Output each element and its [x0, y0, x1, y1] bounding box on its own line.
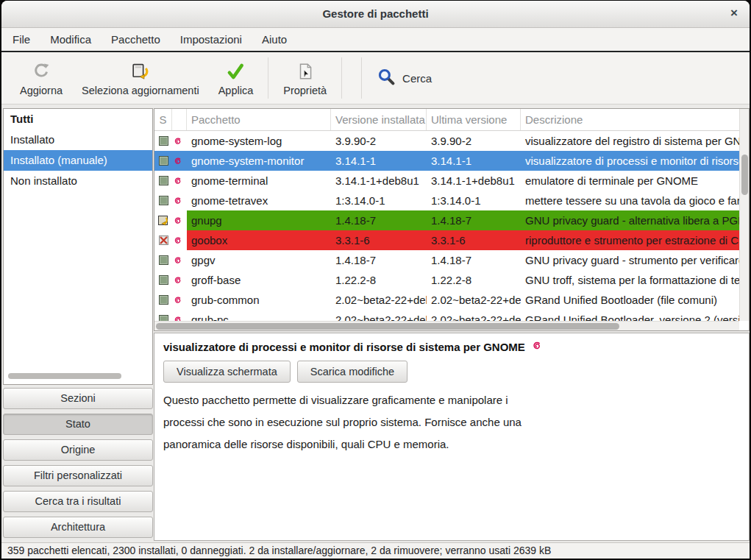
package-description: GNU troff, sistema per la formattazione …	[521, 270, 739, 290]
status-installed-icon[interactable]	[154, 191, 172, 210]
sidebar-button-sezioni[interactable]: Sezioni	[3, 388, 153, 409]
refresh-button[interactable]: Aggiorna	[10, 57, 72, 99]
column-header-latest-version[interactable]: Ultima versione	[427, 109, 521, 130]
status-installed-icon[interactable]	[154, 310, 172, 321]
menu-modifica[interactable]: Modifica	[42, 29, 99, 50]
debian-swirl-icon	[172, 250, 187, 270]
refresh-label: Aggiorna	[20, 85, 63, 96]
menubar: FileModificaPacchettoImpostazioniAiuto	[1, 28, 750, 51]
close-icon[interactable]: ×	[725, 1, 744, 27]
sidebar-button-filtri-personalizzati[interactable]: Filtri personalizzati	[3, 465, 153, 486]
main-area: TuttiInstallatoInstallato (manuale)Non i…	[1, 104, 750, 542]
package-row-gpgv[interactable]: gpgv1.4.18-71.4.18-7GNU privacy guard - …	[154, 250, 739, 270]
mark-upgrades-icon	[130, 60, 150, 83]
menu-pacchetto[interactable]: Pacchetto	[103, 29, 168, 50]
package-name: gnome-tetravex	[187, 191, 331, 210]
package-name: groff-base	[187, 270, 331, 290]
vertical-scrollbar-thumb[interactable]	[741, 155, 748, 195]
table-rows: gnome-system-log3.9.90-23.9.90-2visualiz…	[154, 131, 739, 321]
latest-version: 3.3.1-6	[427, 230, 521, 250]
column-header-status[interactable]: S	[154, 109, 172, 130]
package-row-goobox[interactable]: goobox3.3.1-63.3.1-6riproduttore e strum…	[154, 230, 739, 250]
column-header-origin[interactable]	[172, 109, 187, 130]
status-remove-icon[interactable]	[154, 230, 172, 250]
package-description: riproduttore e strumento per estrazione …	[521, 230, 739, 250]
details-title-text: visualizzatore di processi e monitor di …	[163, 341, 525, 353]
filter-items: TuttiInstallatoInstallato (manuale)Non i…	[4, 109, 152, 191]
installed-version: 1.4.18-7	[331, 250, 427, 270]
status-installed-icon[interactable]	[154, 171, 172, 191]
debian-swirl-icon	[172, 191, 187, 210]
package-row-gnome-system-log[interactable]: gnome-system-log3.9.90-23.9.90-2visualiz…	[154, 131, 739, 151]
details-pane: visualizzatore di processi e monitor di …	[154, 333, 750, 541]
horizontal-scrollbar[interactable]	[154, 321, 739, 330]
view-screenshot-button[interactable]: Visualizza schermata	[163, 361, 291, 383]
filter-item-non-installato[interactable]: Non installato	[4, 171, 152, 191]
package-row-gnome-tetravex[interactable]: gnome-tetravex1:3.14.0-11:3.14.0-1metter…	[154, 191, 739, 210]
toolbar-separator	[268, 57, 268, 99]
package-description: GNU privacy guard - alternativa libera a…	[521, 210, 739, 230]
status-installed-icon[interactable]	[154, 290, 172, 310]
sidebar-button-architettura[interactable]: Architettura	[3, 517, 153, 538]
package-row-gnome-system-monitor[interactable]: gnome-system-monitor3.14.1-13.14.1-1visu…	[154, 151, 739, 171]
latest-version: 1:3.14.0-1	[427, 191, 521, 210]
menu-file[interactable]: File	[4, 29, 38, 50]
status-installed-icon[interactable]	[154, 151, 172, 171]
debian-swirl-icon	[172, 131, 187, 151]
properties-button[interactable]: Proprietà	[274, 57, 336, 99]
debian-swirl-icon	[172, 151, 187, 171]
apply-button[interactable]: Applica	[209, 57, 263, 99]
status-installed-icon[interactable]	[154, 250, 172, 270]
package-table: S Pacchetto Versione installata Ultima v…	[154, 108, 750, 331]
debian-swirl-icon	[530, 340, 542, 354]
column-header-package[interactable]: Pacchetto	[187, 109, 331, 130]
search-button[interactable]: Cerca	[367, 62, 442, 95]
status-installed-icon[interactable]	[154, 131, 172, 151]
latest-version: 3.14.1-1	[427, 151, 521, 171]
filter-horizontal-scrollbar-thumb[interactable]	[8, 373, 121, 379]
package-row-gnupg[interactable]: gnupg1.4.18-71.4.18-7GNU privacy guard -…	[154, 210, 739, 230]
properties-label: Proprietà	[283, 85, 327, 96]
status-reinstall-icon[interactable]	[154, 210, 172, 230]
menu-impostazioni[interactable]: Impostazioni	[172, 29, 250, 50]
debian-swirl-icon	[172, 230, 187, 250]
download-changelog-button[interactable]: Scarica modifiche	[297, 361, 407, 383]
column-header-description[interactable]: Descrizione	[521, 109, 749, 130]
filter-item-tutti[interactable]: Tutti	[4, 109, 152, 130]
package-row-gnome-terminal[interactable]: gnome-terminal3.14.1-1+deb8u13.14.1-1+de…	[154, 171, 739, 191]
installed-version: 2.02~beta2-22+deb8u1	[331, 310, 427, 321]
latest-version: 1.4.18-7	[427, 250, 521, 270]
debian-swirl-icon	[172, 310, 187, 321]
package-name: grub-pc	[187, 310, 331, 321]
menu-aiuto[interactable]: Aiuto	[254, 29, 295, 50]
horizontal-scrollbar-thumb[interactable]	[156, 323, 619, 330]
package-row-groff-base[interactable]: groff-base1.22.2-81.22.2-8GNU troff, sis…	[154, 270, 739, 290]
debian-swirl-icon	[172, 290, 187, 310]
package-description: GRand Unified Bootloader, versione 2 (ve…	[521, 310, 739, 321]
search-label: Cerca	[402, 72, 432, 85]
column-header-installed-version[interactable]: Versione installata	[331, 109, 427, 130]
mark-upgrades-button[interactable]: Seleziona aggiornamenti	[72, 57, 209, 99]
installed-version: 3.14.1-1	[331, 151, 427, 171]
installed-version: 1.4.18-7	[331, 210, 427, 230]
vertical-scrollbar[interactable]	[739, 109, 749, 321]
installed-version: 1:3.14.0-1	[331, 191, 427, 210]
installed-version: 3.3.1-6	[331, 230, 427, 250]
sidebar-button-stato[interactable]: Stato	[3, 414, 153, 435]
debian-swirl-icon	[172, 270, 187, 290]
status-installed-icon[interactable]	[154, 270, 172, 290]
filter-item-installato[interactable]: Installato	[4, 130, 152, 150]
package-name: gnome-terminal	[187, 171, 331, 191]
app-window: Gestore di pacchetti × FileModificaPacch…	[1, 1, 750, 559]
package-description: GNU privacy guard - strumento per verifi…	[521, 250, 739, 270]
filter-item-installato-manuale[interactable]: Installato (manuale)	[4, 150, 152, 171]
description-line: panoramica delle risorse disponibili, qu…	[163, 433, 522, 456]
sidebar-button-origine[interactable]: Origine	[3, 439, 153, 461]
description-line: Questo pacchetto permette di visualizzar…	[163, 389, 522, 411]
titlebar[interactable]: Gestore di pacchetti ×	[1, 1, 750, 28]
package-row-grub-common[interactable]: grub-common2.02~beta2-22+deb8u12.02~beta…	[154, 290, 739, 310]
properties-icon	[296, 60, 315, 83]
statusbar-text: 359 pacchetti elencati, 2300 installati,…	[7, 545, 551, 556]
sidebar-button-cerca-tra-i-risultati[interactable]: Cerca tra i risultati	[3, 491, 153, 512]
package-row-grub-pc[interactable]: grub-pc2.02~beta2-22+deb8u12.02~beta2-22…	[154, 310, 739, 321]
